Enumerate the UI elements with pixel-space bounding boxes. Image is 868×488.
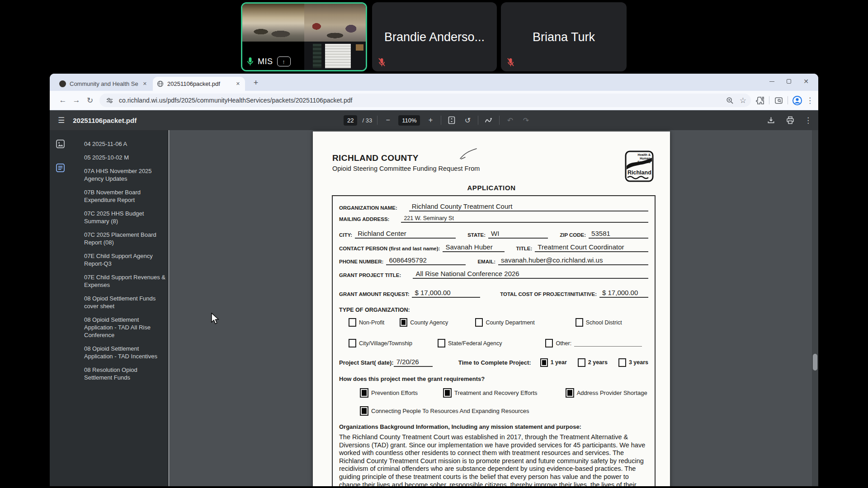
open-shared-content-button[interactable]: ↑	[277, 56, 291, 66]
outline-item[interactable]: 07A HHS November 2025 Agency Updates	[84, 167, 166, 183]
contact-value: Savanah Huber	[443, 243, 504, 252]
close-tab-icon[interactable]: ✕	[235, 81, 241, 87]
zip-value: 53581	[589, 230, 648, 239]
outline-item[interactable]: 08 Opioid Settlement Application - TAD I…	[84, 345, 166, 360]
checkbox-city-village-township[interactable]: City/Village/Township	[349, 339, 412, 347]
phone-value: 6086495792	[386, 256, 466, 265]
thumbnails-view-icon[interactable]	[56, 139, 65, 149]
bookmark-star-icon[interactable]: ☆	[740, 96, 746, 105]
zoom-page-icon[interactable]	[725, 95, 736, 106]
outline-item[interactable]: 07C 2025 Placement Board Report (08)	[84, 231, 166, 246]
outline-item[interactable]: 08 Resolution Opiod Settlement Funds	[84, 366, 166, 381]
divider	[377, 116, 377, 125]
outline-item[interactable]: 04 2025-11-06 A	[84, 140, 166, 148]
checkbox-3-years[interactable]: 3 years	[618, 358, 648, 367]
outline-item[interactable]: 05 2025-10-02 M	[84, 154, 166, 161]
meeting-screen: MIS ↑ Brandie Anderso... Briana Turk Com…	[0, 0, 868, 488]
checkbox-connecting-people[interactable]: Connecting People To Resources And Expan…	[360, 406, 529, 416]
forward-button[interactable]: →	[70, 94, 83, 107]
checkbox-label: 1 year	[551, 359, 567, 366]
fit-page-button[interactable]	[446, 115, 457, 126]
divider	[478, 116, 478, 125]
pdf-more-options-icon[interactable]: ⋮	[804, 116, 812, 125]
outline-item[interactable]: 07C 2025 HHS Budget Summary (8)	[84, 210, 166, 225]
redo-button[interactable]: ↷	[520, 115, 531, 126]
profile-avatar-icon[interactable]	[792, 95, 802, 106]
url-text: co.richland.wi.us/pdfs/2025/communityHea…	[119, 97, 721, 104]
tab-pdf-packet[interactable]: 20251106packet.pdf ✕	[153, 77, 245, 91]
outline-item[interactable]: 07E Child Support Agency Report-Q3	[84, 252, 166, 267]
checkbox-county-agency[interactable]: County Agency	[400, 318, 448, 327]
maximize-button[interactable]	[780, 74, 797, 89]
outline-item[interactable]: 08 Opiod Settlement Funds cover sheet	[84, 295, 166, 310]
browser-toolbar: ← → ↻ co.richland.wi.us/pdfs/2025/commun…	[50, 91, 818, 110]
back-button[interactable]: ←	[56, 94, 70, 107]
checkbox-prevention-efforts[interactable]: Prevention Efforts	[360, 388, 418, 398]
download-icon[interactable]	[765, 115, 776, 126]
field-label: Project Start( date):	[339, 359, 394, 366]
zoom-level-input[interactable]: 110%	[398, 115, 420, 126]
tile-name: Brandie Anderso...	[384, 30, 485, 44]
tab-community-health-services[interactable]: Community and Health Service ✕	[55, 77, 152, 91]
undo-button[interactable]: ↶	[505, 115, 515, 126]
pen-mark	[458, 147, 478, 160]
checkbox-label: City/Village/Township	[359, 340, 412, 347]
scrollbar[interactable]	[812, 130, 818, 486]
outline-item[interactable]: 08 Opioid Settlement Application - TAD A…	[84, 316, 166, 339]
checkbox-label: Connecting People To Resources And Expan…	[371, 408, 529, 414]
print-icon[interactable]	[785, 115, 796, 126]
checkbox-label: Treatment and Recovery Efforts	[454, 389, 538, 396]
page-number-input[interactable]: 22	[344, 115, 357, 126]
annotate-draw-icon[interactable]	[483, 115, 494, 126]
checkbox-address-provider-shortage[interactable]: Address Provider Shortage	[566, 388, 647, 398]
new-tab-button[interactable]: +	[250, 77, 261, 88]
checkbox-label: County Agency	[410, 319, 448, 326]
checkbox-box	[443, 388, 452, 398]
checkbox-1-year[interactable]: 1 year	[540, 358, 567, 367]
video-tile-mis[interactable]: MIS ↑	[241, 2, 367, 71]
outline-view-icon[interactable]	[56, 163, 65, 173]
mailing-value: 221 W. Seminary St	[401, 215, 648, 223]
close-tab-icon[interactable]: ✕	[142, 81, 148, 87]
extensions-puzzle-icon[interactable]	[755, 95, 765, 106]
search-sidepanel-icon[interactable]	[773, 95, 784, 106]
zoom-out-button[interactable]: −	[382, 115, 393, 126]
scrollbar-thumb[interactable]	[813, 354, 817, 371]
checkbox-state-federal-agency[interactable]: State/Federal Agency	[438, 339, 502, 347]
pdf-menu-icon[interactable]: ☰	[58, 116, 65, 125]
room-camera-view-1	[242, 4, 304, 42]
reload-button[interactable]: ↻	[83, 94, 97, 107]
outline-item[interactable]: 07E Child Support Revenues & Expenses	[84, 273, 166, 289]
requirements-question-label: How does this project meet the grant req…	[339, 375, 648, 382]
pdf-action-icons: ⋮	[765, 110, 812, 130]
address-bar[interactable]: co.richland.wi.us/pdfs/2025/communityHea…	[99, 94, 751, 107]
checkbox-label: Non-Profit	[359, 319, 384, 326]
divider	[499, 116, 500, 125]
checkbox-label: 3 years	[629, 359, 648, 366]
rotate-button[interactable]: ↺	[462, 115, 473, 126]
checkbox-non-profit[interactable]: Non-Profit	[349, 318, 384, 327]
checkbox-county-department[interactable]: County Department	[475, 318, 534, 327]
browser-menu-icon[interactable]: ⋮	[806, 96, 814, 105]
field-label: ORGANIZATION NAME:	[339, 205, 397, 211]
total-cost-value: $ 17,000.00	[599, 289, 648, 298]
checkbox-label: County Department	[486, 319, 534, 326]
contact-title-row: CONTACT PERSON (first and last name): Sa…	[339, 243, 648, 252]
mini-document	[325, 44, 351, 68]
window-controls: ✕	[763, 74, 815, 89]
close-window-button[interactable]: ✕	[797, 74, 815, 89]
zoom-in-button[interactable]: +	[425, 115, 436, 126]
checkbox-2-years[interactable]: 2 years	[578, 358, 608, 367]
minimize-button[interactable]	[763, 74, 780, 89]
video-tile-briana[interactable]: Briana Turk	[501, 2, 627, 71]
checkbox-treatment-recovery[interactable]: Treatment and Recovery Efforts	[443, 388, 538, 398]
svg-text:Health &: Health &	[638, 153, 651, 156]
city-state-zip-row: CITY: Richland Center STATE: WI ZIP CODE…	[339, 230, 648, 239]
checkbox-school-district[interactable]: School District	[576, 318, 622, 327]
pdf-page: RICHLAND COUNTY Opioid Steering Committe…	[313, 131, 670, 486]
outline-item[interactable]: 07B November Board Expenditure Report	[84, 188, 166, 204]
video-tile-brandie[interactable]: Brandie Anderso...	[372, 2, 497, 71]
checkbox-other[interactable]: Other:	[545, 339, 642, 347]
pdf-toolbar: ☰ 20251106packet.pdf 22 / 33 − 110% +	[50, 110, 818, 130]
site-settings-tune-icon[interactable]	[104, 95, 115, 106]
